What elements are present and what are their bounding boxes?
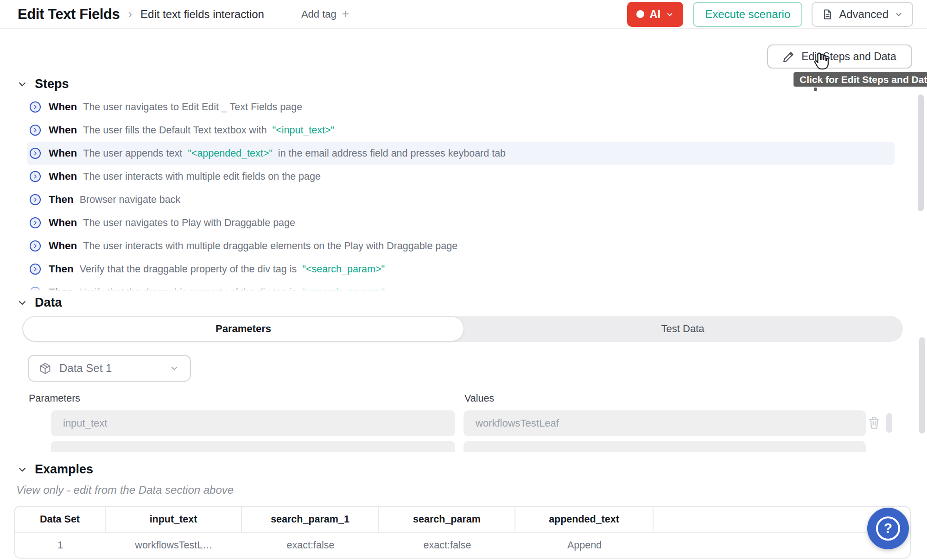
data-set-label: Data Set 1: [59, 362, 170, 375]
step-text: The user interacts with multiple edit fi…: [83, 171, 321, 182]
steps-section-header: Steps: [18, 77, 69, 91]
step-keyword: When: [49, 124, 77, 136]
step-text: The user fills the Default Text textbox …: [83, 125, 267, 136]
step-text: The user navigates to Play with Draggabl…: [83, 217, 295, 229]
examples-table-row: 1 workflowsTestL… exact:false exact:fals…: [15, 533, 910, 558]
steps-list: When The user navigates to Edit Edit _ T…: [27, 95, 895, 292]
collapse-chevron-icon[interactable]: [18, 298, 27, 308]
help-button[interactable]: ?: [867, 508, 909, 549]
step-text: The user appends text: [83, 148, 182, 159]
parameter-name-field[interactable]: input_text: [51, 410, 455, 436]
parameter-value-field[interactable]: workflowsTestLeaf: [464, 410, 866, 436]
step-text: Verify that the draggable property of th…: [80, 264, 297, 275]
chevron-right-circle-icon: [30, 101, 41, 113]
chevron-right-circle-icon: [30, 264, 41, 275]
step-row-5[interactable]: Then Browser navigate back: [27, 188, 895, 211]
chevron-down-icon: [895, 10, 903, 19]
step-row-2[interactable]: When The user fills the Default Text tex…: [27, 119, 895, 142]
tab-test-data[interactable]: Test Data: [464, 316, 902, 342]
header-bar: Edit Text Fields › Edit text fields inte…: [0, 0, 927, 29]
step-parameter: "<search_param>": [302, 264, 385, 275]
tooltip-pointer: [814, 88, 817, 91]
document-icon: [822, 9, 833, 20]
pencil-icon: [783, 51, 794, 63]
chevron-right-circle-icon: [30, 194, 41, 205]
parameters-column-label: Parameters: [29, 393, 80, 404]
examples-view-only-note: View only - edit from the Data section a…: [16, 484, 234, 497]
step-text-suffix: in the email address field and presses k…: [278, 148, 506, 159]
step-row-9-clipped[interactable]: Then Verify that the draggable property …: [27, 281, 895, 292]
step-parameter: "<search_param>": [302, 287, 385, 292]
data-section-title: Data: [35, 296, 62, 310]
plus-icon: +: [342, 7, 349, 21]
delete-parameter-button[interactable]: [866, 413, 883, 432]
examples-table-header-row: Data Set input_text search_param_1 searc…: [15, 507, 910, 533]
data-tabbar: Parameters Test Data: [22, 316, 903, 342]
step-keyword: When: [49, 240, 77, 252]
execute-scenario-button[interactable]: Execute scenario: [693, 2, 802, 27]
data-set-selector[interactable]: Data Set 1: [28, 355, 191, 382]
ai-button[interactable]: AI: [627, 2, 683, 27]
step-row-1[interactable]: When The user navigates to Edit Edit _ T…: [27, 95, 895, 119]
tooltip: Click for Edit Steps and Data: [794, 72, 927, 87]
chevron-down-icon: [666, 10, 674, 19]
steps-section-title: Steps: [35, 77, 69, 91]
cell-data-set: 1: [15, 533, 106, 558]
advanced-label: Advanced: [839, 8, 889, 21]
examples-section-header: Examples: [18, 462, 93, 477]
tab-parameters[interactable]: Parameters: [23, 317, 464, 341]
step-text: Browser navigate back: [80, 194, 181, 206]
steps-scrollbar[interactable]: [918, 94, 924, 211]
step-row-6[interactable]: When The user navigates to Play with Dra…: [27, 211, 895, 234]
step-text: Verify that the draggable property of th…: [80, 287, 297, 292]
step-row-4[interactable]: When The user interacts with multiple ed…: [27, 165, 895, 188]
question-mark-icon: ?: [876, 516, 900, 541]
column-header-input-text: input_text: [106, 507, 242, 532]
collapse-chevron-icon[interactable]: [18, 80, 27, 89]
chevron-right-circle-icon: [30, 148, 41, 159]
chevron-right-circle-icon: [30, 240, 41, 252]
column-header-data-set: Data Set: [15, 507, 106, 532]
page-scrollbar[interactable]: [919, 337, 925, 434]
add-tag-button[interactable]: Add tag +: [301, 7, 349, 21]
collapse-chevron-icon[interactable]: [18, 465, 27, 474]
page-title: Edit Text Fields: [18, 6, 120, 23]
column-header-search-param: search_param: [379, 507, 515, 532]
step-text: The user navigates to Edit Edit _ Text F…: [83, 101, 302, 113]
parameter-name-field-clipped[interactable]: [51, 441, 455, 452]
step-keyword: Then: [49, 194, 74, 206]
edit-steps-and-data-label: Edit Steps and Data: [801, 50, 896, 63]
step-row-8[interactable]: Then Verify that the draggable property …: [27, 258, 895, 281]
step-keyword: When: [49, 170, 77, 182]
examples-table: Data Set input_text search_param_1 searc…: [14, 506, 911, 559]
step-keyword: When: [49, 101, 77, 113]
column-header-search-param-1: search_param_1: [242, 507, 379, 532]
step-keyword: When: [49, 217, 77, 229]
execute-scenario-label: Execute scenario: [705, 8, 790, 21]
breadcrumb-scenario-name: Edit text fields interaction: [140, 8, 264, 21]
chevron-right-circle-icon: [30, 287, 41, 292]
advanced-button[interactable]: Advanced: [812, 2, 913, 27]
step-row-3-highlighted[interactable]: When The user appends text "<appended_te…: [27, 142, 895, 165]
package-box-icon: [39, 362, 51, 375]
examples-section-title: Examples: [35, 462, 93, 477]
parameters-scrollbar[interactable]: [886, 413, 892, 433]
step-parameter: "<input_text>": [273, 125, 335, 136]
step-row-7[interactable]: When The user interacts with multiple dr…: [27, 234, 895, 258]
chevron-right-circle-icon: [30, 217, 41, 228]
step-parameter: "<appended_text>": [188, 148, 273, 159]
data-section-header: Data: [18, 296, 62, 310]
step-keyword: Then: [49, 263, 74, 275]
record-dot-icon: [636, 10, 644, 18]
cell-search-param: exact:false: [379, 533, 515, 558]
chevron-down-icon: [170, 364, 179, 373]
parameter-value-field-clipped[interactable]: [464, 441, 866, 452]
step-keyword: Then: [49, 286, 74, 292]
chevron-right-circle-icon: [30, 125, 41, 136]
add-tag-label: Add tag: [301, 8, 337, 20]
edit-steps-and-data-button[interactable]: Edit Steps and Data: [767, 44, 912, 69]
step-text: The user interacts with multiple draggab…: [83, 240, 457, 252]
values-column-label: Values: [464, 393, 494, 404]
cell-input-text: workflowsTestL…: [106, 533, 242, 558]
ai-button-label: AI: [649, 8, 660, 21]
